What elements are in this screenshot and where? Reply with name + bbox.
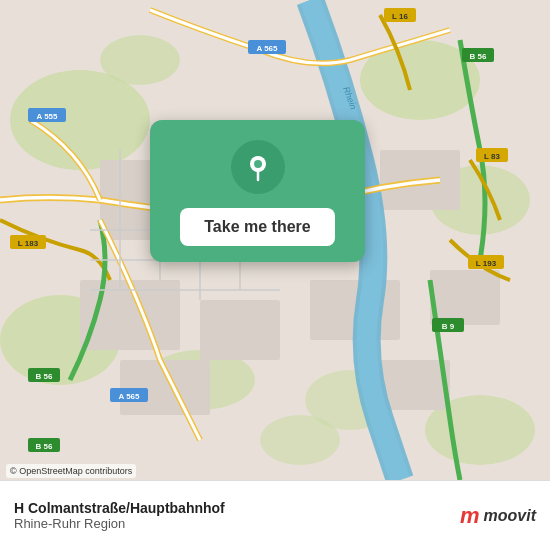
take-me-there-button[interactable]: Take me there bbox=[180, 208, 334, 246]
svg-text:L 83: L 83 bbox=[484, 152, 500, 161]
svg-text:L 16: L 16 bbox=[392, 12, 408, 21]
location-name: H Colmantstraße/Hauptbahnhof bbox=[14, 500, 460, 516]
moovit-text: moovit bbox=[484, 507, 536, 525]
svg-text:B 56: B 56 bbox=[36, 442, 53, 451]
svg-rect-13 bbox=[200, 300, 280, 360]
svg-text:B 56: B 56 bbox=[470, 52, 487, 61]
svg-text:L 193: L 193 bbox=[476, 259, 497, 268]
location-region: Rhine-Ruhr Region bbox=[14, 516, 460, 531]
svg-text:A 565: A 565 bbox=[256, 44, 278, 53]
svg-text:L 183: L 183 bbox=[18, 239, 39, 248]
svg-rect-18 bbox=[380, 360, 450, 410]
osm-credit: © OpenStreetMap contributors bbox=[6, 464, 136, 478]
svg-text:A 555: A 555 bbox=[36, 112, 58, 121]
moovit-m-icon: m bbox=[460, 503, 480, 529]
moovit-logo: m moovit bbox=[460, 503, 536, 529]
svg-text:A 565: A 565 bbox=[118, 392, 140, 401]
location-info: H Colmantstraße/Hauptbahnhof Rhine-Ruhr … bbox=[14, 500, 460, 531]
svg-rect-16 bbox=[430, 270, 500, 325]
svg-point-52 bbox=[254, 160, 262, 168]
svg-text:B 56: B 56 bbox=[36, 372, 53, 381]
location-pin bbox=[231, 140, 285, 194]
svg-text:B 9: B 9 bbox=[442, 322, 455, 331]
svg-point-8 bbox=[100, 35, 180, 85]
bottom-bar: H Colmantstraße/Hauptbahnhof Rhine-Ruhr … bbox=[0, 480, 550, 550]
popup-card: Take me there bbox=[150, 120, 365, 262]
svg-point-9 bbox=[260, 415, 340, 465]
